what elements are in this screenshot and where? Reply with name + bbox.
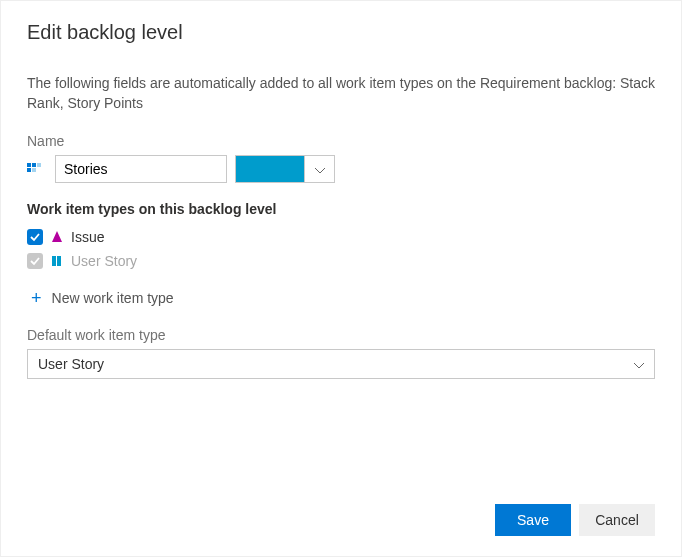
dialog-title: Edit backlog level — [27, 21, 655, 44]
color-dropdown-button[interactable] — [305, 155, 335, 183]
cancel-button[interactable]: Cancel — [579, 504, 655, 536]
svg-rect-0 — [27, 163, 31, 167]
default-wit-value: User Story — [38, 356, 104, 372]
new-work-item-type-button[interactable]: + New work item type — [27, 281, 655, 327]
wit-label-issue: Issue — [71, 229, 104, 245]
save-button[interactable]: Save — [495, 504, 571, 536]
description-text: The following fields are automatically a… — [27, 74, 655, 113]
default-wit-label: Default work item type — [27, 327, 655, 343]
chevron-down-icon — [634, 356, 644, 372]
user-story-icon — [49, 253, 65, 269]
chevron-down-icon — [315, 161, 325, 177]
color-swatch — [235, 155, 305, 183]
wit-item-user-story: User Story — [27, 249, 655, 273]
backlog-level-icon — [27, 161, 47, 177]
default-wit-select[interactable]: User Story — [27, 349, 655, 379]
svg-rect-5 — [52, 256, 56, 266]
wit-label-user-story: User Story — [71, 253, 137, 269]
plus-icon: + — [31, 289, 42, 307]
svg-rect-2 — [37, 163, 41, 167]
wit-checkbox-user-story — [27, 253, 43, 269]
name-label: Name — [27, 133, 655, 149]
color-picker[interactable] — [235, 155, 335, 183]
wit-section-label: Work item types on this backlog level — [27, 201, 655, 217]
svg-rect-4 — [32, 168, 36, 172]
wit-item-issue: Issue — [27, 225, 655, 249]
wit-checkbox-issue[interactable] — [27, 229, 43, 245]
name-input[interactable] — [55, 155, 227, 183]
svg-rect-6 — [57, 256, 61, 266]
svg-rect-3 — [27, 168, 31, 172]
svg-rect-1 — [32, 163, 36, 167]
new-wit-label: New work item type — [52, 290, 174, 306]
issue-icon — [49, 229, 65, 245]
